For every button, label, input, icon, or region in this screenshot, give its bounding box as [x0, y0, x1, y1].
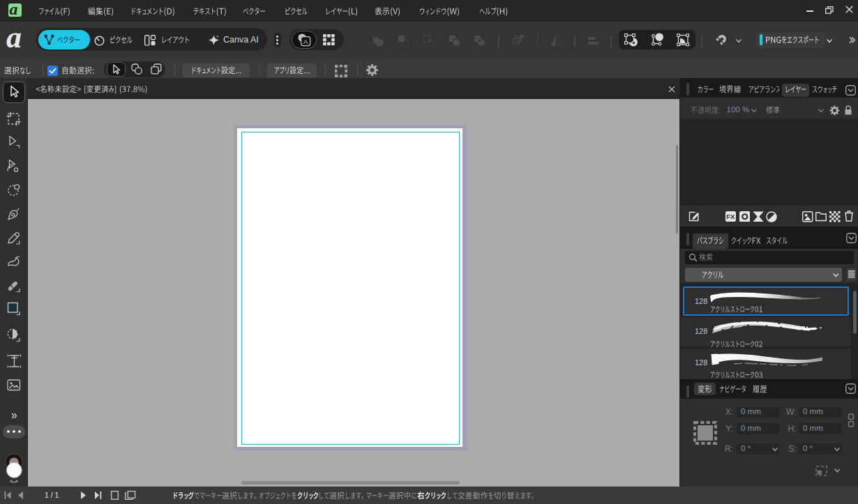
svg-text:A: A: [303, 37, 308, 45]
